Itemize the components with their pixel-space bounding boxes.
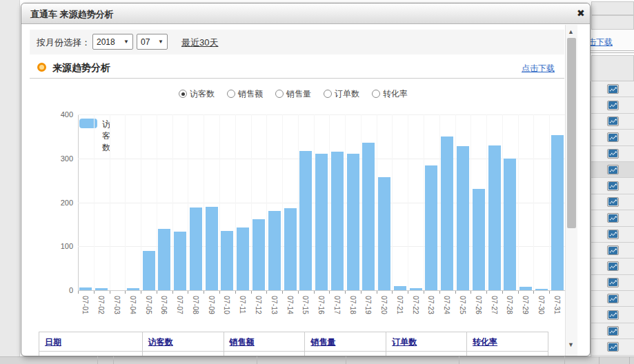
bar-07-01[interactable] — [79, 287, 92, 290]
table-sort-link-3[interactable]: 销售额 — [230, 337, 255, 347]
x-tick-label: 07-27 — [491, 296, 499, 319]
line-chart-icon[interactable] — [607, 213, 619, 223]
bar-07-28[interactable] — [504, 159, 516, 290]
year-select[interactable]: 2018 ▼ — [92, 34, 133, 50]
bar-07-11[interactable] — [237, 228, 249, 290]
bar-07-09[interactable] — [206, 207, 218, 290]
legend-swatch — [79, 119, 97, 128]
line-chart-icon[interactable] — [607, 165, 619, 174]
x-axis-tick — [392, 291, 393, 294]
bar-07-24[interactable] — [441, 136, 453, 290]
bar-07-12[interactable] — [252, 219, 265, 290]
bar-07-16[interactable] — [315, 154, 328, 290]
metric-radio-label: 访客数 — [190, 88, 215, 100]
bar-07-27[interactable] — [488, 145, 501, 290]
line-chart-icon[interactable] — [607, 181, 619, 191]
last-30-days-link[interactable]: 最近30天 — [181, 37, 218, 49]
x-axis-tick — [408, 291, 408, 294]
gridline — [141, 114, 141, 290]
line-chart-icon[interactable] — [607, 294, 619, 303]
bar-07-17[interactable] — [331, 152, 344, 290]
scroll-up-icon[interactable]: ▲ — [568, 28, 574, 35]
background-table-row — [591, 210, 634, 226]
gridline — [94, 114, 95, 290]
radio-icon[interactable] — [324, 90, 332, 98]
gridline — [219, 114, 220, 290]
month-select[interactable]: 07 ▼ — [137, 34, 168, 50]
bar-07-10[interactable] — [221, 231, 233, 290]
gridline — [298, 114, 299, 290]
x-axis-tick — [470, 291, 471, 294]
radio-icon[interactable] — [179, 90, 187, 98]
line-chart-icon[interactable] — [607, 132, 619, 142]
line-chart-icon[interactable] — [607, 278, 619, 287]
line-chart-icon[interactable] — [607, 117, 619, 126]
x-tick-label: 07-07 — [176, 296, 184, 319]
bar-07-02[interactable] — [95, 288, 108, 290]
metric-radio-2[interactable]: 销售额 — [227, 87, 263, 101]
x-tick-label: 07-21 — [396, 296, 404, 319]
metric-radio-3[interactable]: 销售量 — [275, 87, 311, 101]
gridline — [377, 114, 377, 290]
metric-radio-4[interactable]: 订单数 — [324, 87, 359, 101]
line-chart-icon[interactable] — [607, 326, 619, 336]
line-chart-icon[interactable] — [607, 101, 619, 110]
bar-07-23[interactable] — [425, 165, 437, 290]
bar-07-05[interactable] — [143, 251, 155, 290]
metric-radio-1[interactable]: 访客数 — [179, 87, 215, 101]
bar-07-20[interactable] — [378, 177, 390, 290]
bar-07-06[interactable] — [158, 229, 170, 290]
x-axis-tick — [361, 291, 361, 294]
bar-07-07[interactable] — [174, 232, 186, 290]
x-tick-label: 07-25 — [459, 296, 467, 319]
x-axis-tick — [266, 291, 267, 294]
line-chart-icon[interactable] — [607, 84, 619, 94]
scroll-down-icon[interactable]: ▼ — [568, 341, 574, 348]
table-sort-link-5[interactable]: 订单数 — [392, 337, 417, 347]
radio-icon[interactable] — [275, 90, 284, 98]
bar-07-30[interactable] — [535, 289, 548, 290]
bar-07-04[interactable] — [127, 288, 139, 290]
x-tick-label: 07-28 — [506, 296, 514, 319]
x-tick-label: 07-19 — [364, 296, 373, 319]
download-link[interactable]: 点击下载 — [522, 63, 555, 74]
table-sort-link-1[interactable]: 日期 — [45, 337, 61, 347]
scrollbar-thumb[interactable] — [567, 38, 576, 228]
close-icon[interactable]: ✖ — [577, 8, 585, 19]
table-sort-link-6[interactable]: 转化率 — [473, 337, 497, 347]
bar-07-26[interactable] — [473, 189, 485, 290]
bar-07-29[interactable] — [519, 287, 532, 290]
background-column-line — [97, 356, 98, 364]
metric-radio-5[interactable]: 转化率 — [372, 87, 408, 101]
bar-07-14[interactable] — [284, 208, 297, 290]
gridline — [188, 114, 188, 290]
line-chart-icon[interactable] — [607, 197, 619, 207]
bar-07-13[interactable] — [268, 211, 281, 290]
radio-icon[interactable] — [372, 90, 380, 98]
bar-07-31[interactable] — [551, 135, 564, 290]
x-tick-label: 07-10 — [223, 296, 231, 319]
table-sort-link-2[interactable]: 访客数 — [148, 337, 173, 347]
x-axis-tick — [94, 291, 95, 294]
line-chart-icon[interactable] — [607, 230, 619, 239]
bar-07-21[interactable] — [394, 286, 406, 290]
table-sort-link-4[interactable]: 销售量 — [310, 337, 335, 347]
gridline — [204, 114, 204, 290]
gridline — [502, 114, 503, 290]
line-chart-icon[interactable] — [607, 149, 619, 159]
x-tick-label: 07-02 — [97, 296, 106, 319]
bar-07-22[interactable] — [410, 288, 422, 290]
bar-07-08[interactable] — [190, 208, 202, 290]
line-chart-icon[interactable] — [607, 342, 619, 352]
bar-07-19[interactable] — [362, 143, 375, 290]
dialog-titlebar[interactable]: 直通车 来源趋势分析 ✖ — [21, 3, 590, 24]
bar-07-18[interactable] — [347, 154, 359, 290]
x-tick-label: 07-12 — [255, 296, 263, 319]
bar-07-25[interactable] — [457, 146, 469, 290]
radio-icon[interactable] — [227, 90, 235, 98]
line-chart-icon[interactable] — [607, 261, 619, 271]
line-chart-icon[interactable] — [607, 245, 619, 255]
background-column-line — [113, 356, 114, 364]
bar-07-15[interactable] — [299, 151, 312, 290]
line-chart-icon[interactable] — [607, 310, 619, 320]
